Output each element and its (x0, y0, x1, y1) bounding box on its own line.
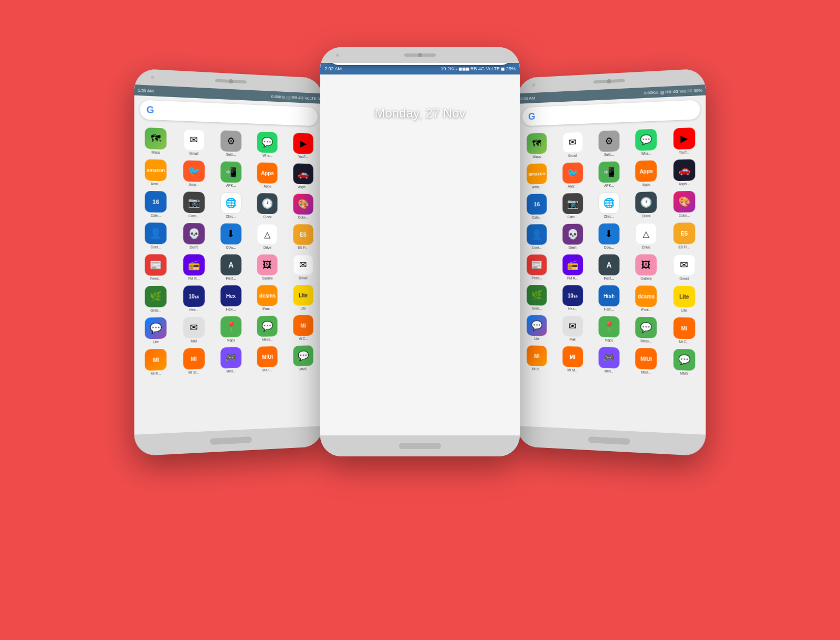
list-item[interactable]: 🌿Gree... (520, 283, 554, 312)
list-item[interactable]: AppsApps (250, 161, 285, 190)
list-item[interactable]: 🗺Maps (138, 125, 174, 156)
list-item[interactable]: amazonAma... (520, 162, 554, 190)
list-item[interactable]: 16Cale... (520, 192, 554, 221)
list-item[interactable]: 🎨Color... (287, 192, 320, 221)
list-item[interactable]: ✉Mail (555, 314, 590, 344)
list-item[interactable]: HishHish... (592, 284, 626, 313)
list-item[interactable]: 📲APK... (214, 159, 248, 189)
list-item[interactable]: amazonAma... (138, 157, 174, 188)
app-icon-r-mistore: MI (562, 346, 583, 368)
list-item[interactable]: MIMi St... (176, 346, 212, 376)
list-item[interactable]: 🕐Clock (628, 190, 664, 220)
list-item[interactable]: AFont... (214, 253, 248, 282)
list-item[interactable]: 📷Cam... (176, 190, 212, 220)
list-item[interactable]: 🎨Color... (666, 189, 702, 219)
list-item[interactable]: 💬Lite (520, 314, 554, 343)
list-item[interactable]: dcsmsiFont... (628, 284, 664, 313)
list-item[interactable]: MIUIMIUI... (250, 345, 285, 374)
list-item[interactable]: ESES Fi... (287, 222, 320, 251)
app-icon-font: A (220, 254, 242, 275)
list-item[interactable]: 📷Cam... (555, 191, 590, 220)
list-item[interactable]: 💬Mess... (250, 314, 285, 344)
list-item[interactable]: 💀Don't (555, 222, 590, 251)
list-item[interactable]: ✉Gmail (555, 130, 590, 159)
center-search-bar[interactable]: G (329, 63, 511, 65)
list-item[interactable]: 👤Cont... (138, 221, 174, 251)
list-item[interactable]: HexHex/... (214, 284, 248, 313)
list-item[interactable]: 📻FM R... (176, 253, 212, 282)
list-item[interactable]: 10₁₆Hex... (555, 283, 590, 312)
list-item[interactable]: △Drive (628, 221, 664, 251)
list-item[interactable]: 🚗Asph... (287, 162, 320, 190)
list-item[interactable]: 💬Lite (138, 316, 174, 346)
list-item[interactable]: MIMi St... (555, 345, 590, 374)
app-icon-r-gallery: 🖼 (636, 254, 657, 276)
list-item[interactable]: LiteLite (287, 283, 320, 312)
app-icon-clock: 🕐 (257, 193, 278, 214)
app-icon-r-messenger: 💬 (527, 315, 547, 336)
list-item[interactable]: dcsmsiFont... (250, 283, 285, 312)
list-item[interactable]: 🎮Mini... (592, 345, 626, 375)
list-item[interactable]: 📰Feed... (520, 253, 554, 281)
app-grid-right: 🗺Maps ✉Gmail ⚙Setti... 💬Wha... ▶YouT... … (517, 123, 706, 380)
list-item[interactable]: △Drive (250, 222, 285, 251)
list-item[interactable]: ▶YouT... (287, 131, 320, 161)
list-item[interactable]: 🗺Maps (520, 131, 554, 161)
list-item[interactable]: 💬MMS (666, 347, 702, 378)
list-item[interactable]: MIMi R... (138, 347, 174, 378)
list-item[interactable]: 🌿Gree... (138, 284, 174, 314)
list-item[interactable]: 🚗Asph... (666, 157, 702, 188)
list-item[interactable]: AFont... (592, 253, 626, 282)
list-item[interactable]: 10₁₆Hex... (176, 284, 212, 313)
list-item[interactable]: ▶YouT... (666, 125, 702, 156)
list-item[interactable]: 🐦Angr... (555, 161, 590, 190)
list-item[interactable]: 🐦Angr... (176, 158, 212, 188)
list-item[interactable]: 📍Maps (592, 315, 626, 344)
home-button-center[interactable] (399, 443, 441, 449)
app-icon-r-green: 🌿 (527, 285, 547, 306)
home-button-left[interactable] (210, 436, 252, 445)
list-item[interactable]: 🖼Gallery (250, 253, 285, 282)
list-item[interactable]: ✉Gmail (287, 253, 320, 281)
list-item[interactable]: MIMi R... (520, 344, 554, 373)
list-item[interactable]: MiMi C... (287, 314, 320, 343)
list-item[interactable]: ⬇Dow... (592, 222, 626, 251)
list-item[interactable]: 📻FM R... (555, 253, 590, 282)
list-item[interactable]: 💬Wha... (250, 130, 285, 159)
list-item[interactable]: MIUIMIUI... (628, 346, 664, 376)
list-item[interactable]: ✉Mail (176, 315, 212, 345)
app-icon-mir: MI (145, 349, 167, 371)
list-item[interactable]: 🌐Chro... (592, 190, 626, 220)
list-item[interactable]: 💬Wha... (628, 127, 664, 157)
list-item[interactable]: 📲APK... (592, 159, 626, 189)
list-item[interactable]: 16Cale... (138, 189, 174, 219)
google-logo-left: G (146, 104, 154, 116)
list-item[interactable]: 💬Mess... (628, 315, 664, 345)
list-item[interactable]: 💬MMS (287, 344, 320, 373)
list-item[interactable]: ✉Gmail (666, 253, 702, 282)
list-item[interactable]: 📍Maps (214, 315, 248, 344)
list-item[interactable]: 📰Feed... (138, 253, 174, 282)
camera-flash-center (336, 54, 339, 57)
list-item[interactable]: 🎮Mini... (214, 345, 248, 375)
list-item[interactable]: MiMi C... (666, 316, 702, 346)
search-bar-left[interactable]: G (140, 100, 318, 126)
list-item[interactable]: 👤Cont... (520, 222, 554, 251)
app-icon-r-mini: 🎮 (598, 347, 620, 369)
list-item[interactable]: ⚙Setti... (592, 129, 626, 158)
home-button-right[interactable] (588, 436, 630, 445)
list-item[interactable]: ⚙Setti... (214, 129, 248, 158)
list-item[interactable]: 🕐Clock (250, 191, 285, 220)
search-bar-right[interactable]: G (522, 100, 700, 126)
phones-container: 1:55 AM 0.00K/s |||| RB 4G VoLTE 3 G 🗺Ma… (105, 31, 735, 609)
list-item[interactable]: AppsApps (628, 158, 664, 188)
list-item[interactable]: LiteLite (666, 284, 702, 314)
app-icon-messages: 💬 (257, 316, 278, 337)
app-icon-r-mir: MI (527, 345, 547, 366)
list-item[interactable]: ESES Fi... (666, 221, 702, 251)
list-item[interactable]: ⬇Dow... (214, 222, 248, 251)
list-item[interactable]: 🖼Gallery (628, 253, 664, 282)
list-item[interactable]: ✉Gmail (176, 127, 212, 157)
list-item[interactable]: 🌐Chro... (214, 190, 248, 220)
list-item[interactable]: 💀Don't (176, 221, 212, 251)
